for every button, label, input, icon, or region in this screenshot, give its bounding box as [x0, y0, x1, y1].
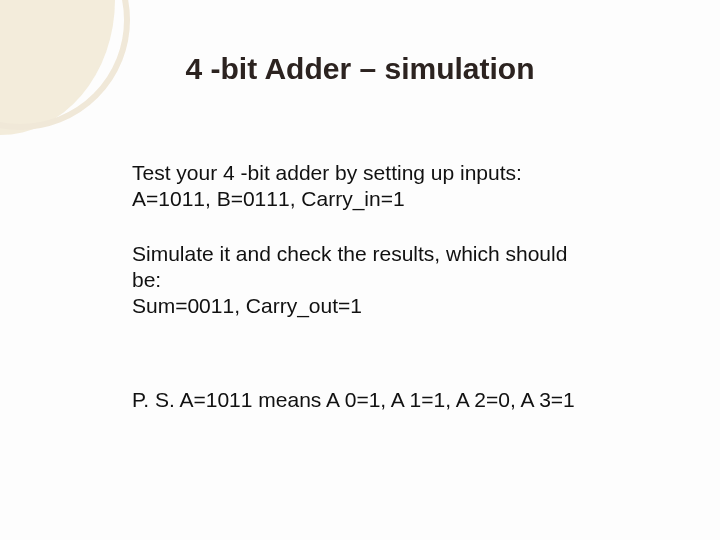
- text-line: Test your 4 -bit adder by setting up inp…: [132, 160, 632, 186]
- text-line: P. S. A=1011 means A 0=1, A 1=1, A 2=0, …: [132, 387, 632, 413]
- slide-body: Test your 4 -bit adder by setting up inp…: [132, 160, 632, 442]
- paragraph-results: Simulate it and check the results, which…: [132, 241, 632, 320]
- paragraph-ps: P. S. A=1011 means A 0=1, A 1=1, A 2=0, …: [132, 387, 632, 413]
- slide: 4 -bit Adder – simulation Test your 4 -b…: [0, 0, 720, 540]
- text-line: be:: [132, 267, 632, 293]
- text-line: Sum=0011, Carry_out=1: [132, 293, 632, 319]
- text-line: Simulate it and check the results, which…: [132, 241, 632, 267]
- paragraph-inputs: Test your 4 -bit adder by setting up inp…: [132, 160, 632, 213]
- slide-title: 4 -bit Adder – simulation: [0, 52, 720, 86]
- text-line: A=1011, B=0111, Carry_in=1: [132, 186, 632, 212]
